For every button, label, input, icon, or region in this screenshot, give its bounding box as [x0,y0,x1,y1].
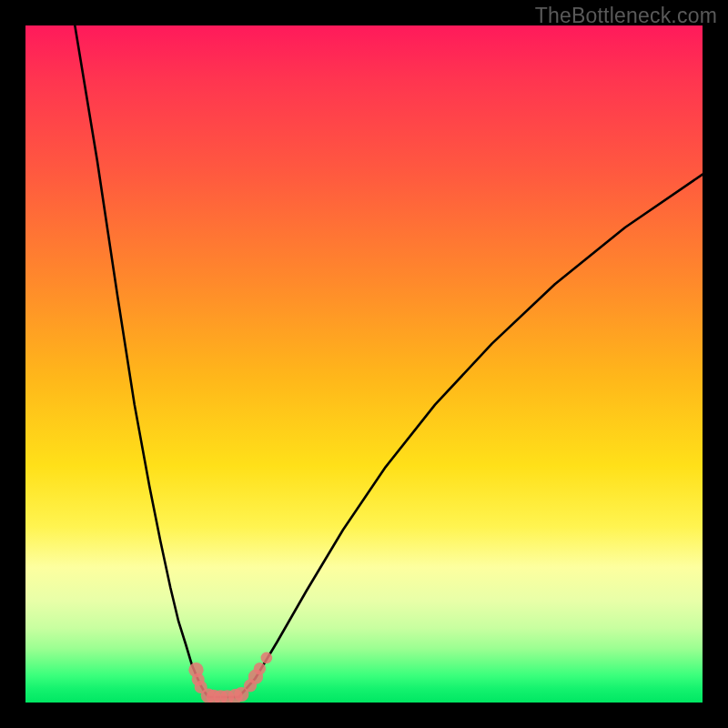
watermark-text: TheBottleneck.com [535,4,717,28]
data-points [188,652,272,703]
plot-area [25,25,703,703]
bottleneck-curve [75,25,703,697]
data-point [254,662,266,674]
chart-frame: TheBottleneck.com [0,0,728,728]
curve-path [75,25,703,697]
chart-svg [25,25,703,703]
data-point [261,652,273,664]
